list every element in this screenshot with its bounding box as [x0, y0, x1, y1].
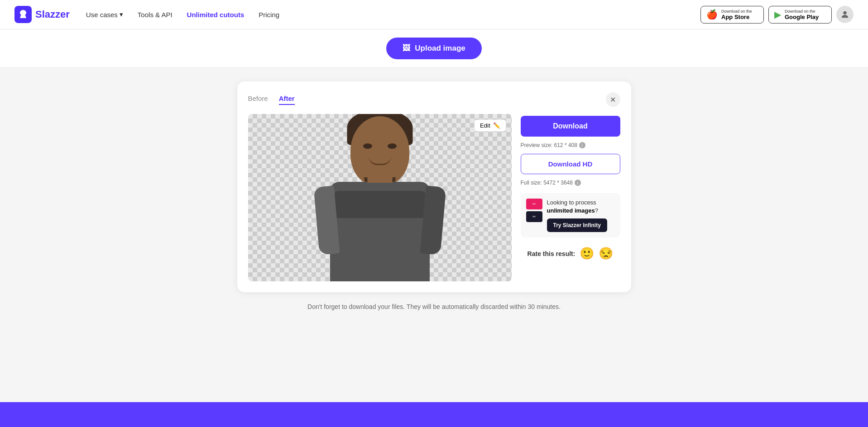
- person-silhouette: [312, 116, 448, 281]
- tab-before[interactable]: Before: [248, 95, 268, 105]
- try-infinity-button[interactable]: Try Slazzer Infinity: [547, 218, 607, 232]
- logo[interactable]: Slazzer: [14, 6, 70, 23]
- full-size-info-icon[interactable]: i: [575, 180, 581, 186]
- person-body: [330, 182, 430, 281]
- nav-unlimited-cutouts[interactable]: Unlimited cutouts: [187, 11, 245, 19]
- nav-tools-api[interactable]: Tools & API: [138, 11, 173, 19]
- pencil-icon: ✏️: [493, 122, 500, 129]
- close-button[interactable]: ✕: [606, 92, 620, 107]
- person-neck: [367, 169, 392, 183]
- preview-info-icon[interactable]: i: [579, 142, 585, 148]
- full-size-info: Full size: 5472 * 3648 i: [521, 180, 620, 186]
- svg-point-0: [843, 11, 846, 14]
- promo-icon-1: ✂: [526, 199, 542, 209]
- google-play-button[interactable]: ▶ Download on the Google Play: [768, 6, 832, 24]
- logo-text: Slazzer: [35, 9, 70, 20]
- preview-size-info: Preview size: 612 * 408 i: [521, 142, 620, 148]
- edit-button[interactable]: Edit ✏️: [474, 119, 506, 132]
- promo-text: Looking to process unlimited images?: [547, 199, 615, 215]
- bottom-bar: [0, 402, 868, 427]
- rating-section: Rate this result: 🙂 😒: [521, 247, 620, 261]
- promo-btn-wrap: Try Slazzer Infinity: [547, 218, 615, 232]
- nav-pricing[interactable]: Pricing: [259, 11, 279, 19]
- upload-bar: 🖼 Upload image: [0, 29, 868, 68]
- user-icon: [840, 9, 850, 19]
- header: Slazzer Use cases ▾ Tools & API Unlimite…: [0, 0, 868, 29]
- before-after-tabs: Before After: [248, 95, 295, 105]
- download-button[interactable]: Download: [521, 116, 620, 137]
- image-icon: 🖼: [403, 44, 410, 53]
- bad-rating-button[interactable]: 😒: [599, 247, 613, 261]
- header-right: 🍎 Download on the App Store ▶ Download o…: [700, 6, 854, 24]
- good-rating-button[interactable]: 🙂: [580, 247, 594, 261]
- logo-icon: [14, 6, 32, 23]
- promo-icons: ✂ ✂: [526, 199, 542, 222]
- unlimited-promo: ✂ ✂ Looking to process unlimited images?…: [521, 193, 620, 237]
- rating-label: Rate this result:: [528, 250, 575, 257]
- card-body: Edit ✏️ Download Preview size: 612 * 408…: [248, 114, 620, 281]
- promo-content: Looking to process unlimited images? Try…: [547, 199, 615, 232]
- result-card: Before After ✕: [237, 81, 631, 292]
- promo-icon-2: ✂: [526, 211, 542, 222]
- user-avatar-button[interactable]: [836, 6, 854, 23]
- image-section: Edit ✏️: [248, 114, 512, 281]
- app-store-text: Download on the App Store: [721, 9, 752, 20]
- chevron-down-icon: ▾: [120, 10, 123, 19]
- upload-image-button[interactable]: 🖼 Upload image: [386, 38, 481, 59]
- tab-after[interactable]: After: [279, 95, 295, 105]
- card-header: Before After ✕: [248, 92, 620, 107]
- person-figure: [307, 114, 452, 281]
- logo-svg: [18, 9, 29, 20]
- header-left: Slazzer Use cases ▾ Tools & API Unlimite…: [14, 6, 279, 23]
- download-hd-button[interactable]: Download HD: [521, 154, 620, 174]
- apple-icon: 🍎: [706, 9, 718, 20]
- google-play-text: Download on the Google Play: [785, 9, 819, 20]
- footer-message: Don't forget to download your files. The…: [307, 303, 561, 310]
- main-nav: Use cases ▾ Tools & API Unlimited cutout…: [86, 10, 279, 19]
- image-preview: [248, 114, 512, 281]
- main-content: Before After ✕: [0, 68, 868, 324]
- actions-section: Download Preview size: 612 * 408 i Downl…: [521, 114, 620, 281]
- app-store-button[interactable]: 🍎 Download on the App Store: [700, 6, 764, 24]
- nav-use-cases[interactable]: Use cases ▾: [86, 10, 123, 19]
- google-play-icon: ▶: [774, 9, 781, 20]
